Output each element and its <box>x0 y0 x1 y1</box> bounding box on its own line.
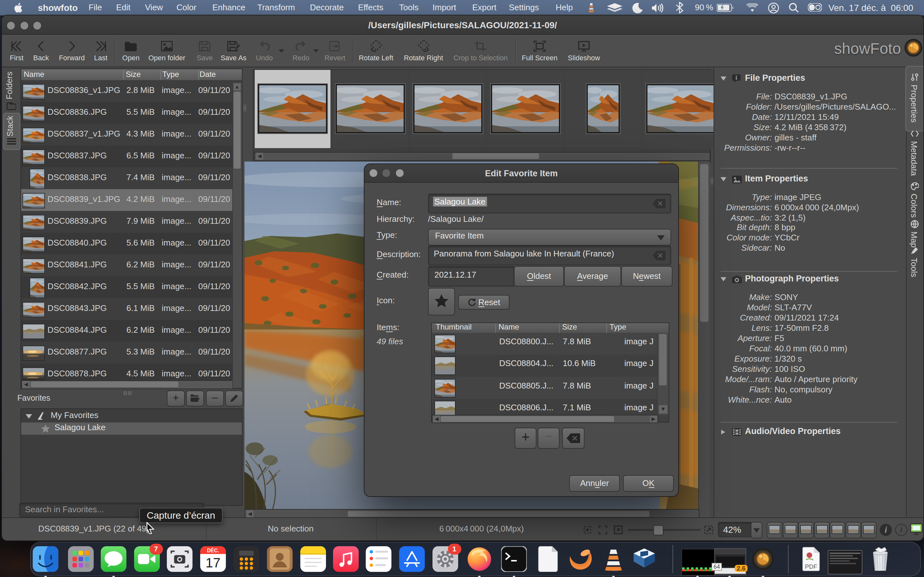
svg-text:17: 17 <box>206 555 220 570</box>
svg-text:PDF: PDF <box>805 563 817 570</box>
svg-text:DÉC.: DÉC. <box>207 548 219 553</box>
